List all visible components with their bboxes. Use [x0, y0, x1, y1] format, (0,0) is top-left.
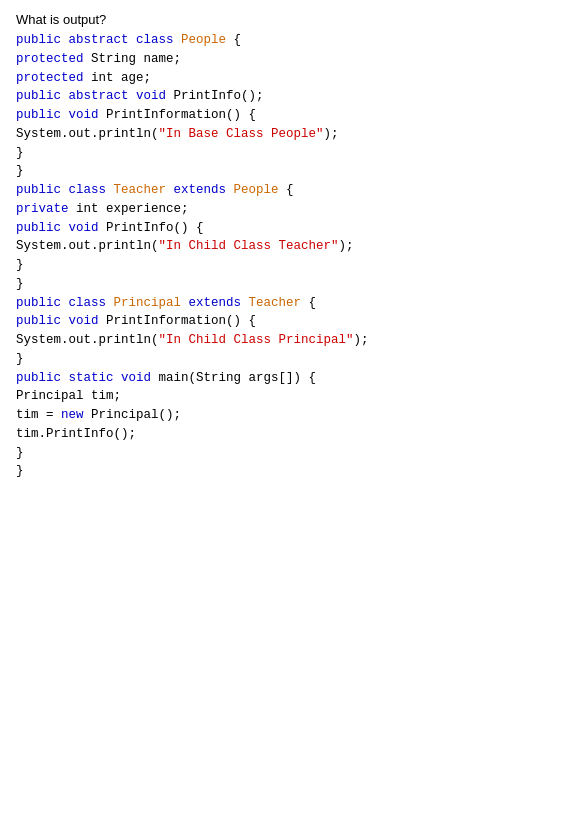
code-block: public abstract class People { protected… [16, 31, 560, 481]
question-text: What is output? [16, 12, 560, 27]
